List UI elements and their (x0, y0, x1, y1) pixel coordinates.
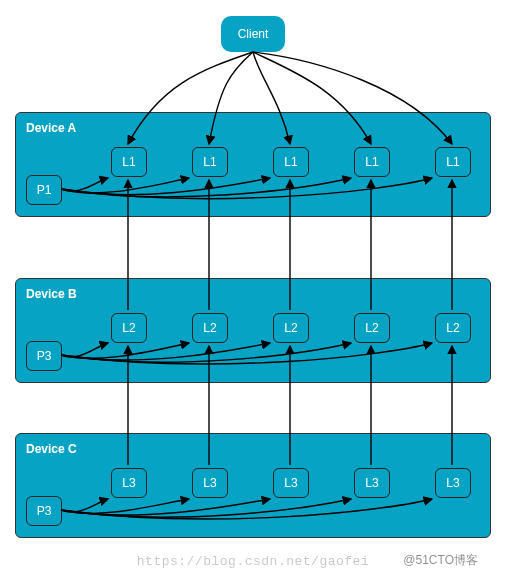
device-c-layer-3: L3 (354, 468, 390, 498)
device-a-layer-1: L1 (192, 147, 228, 177)
watermark-tag: @51CTO博客 (403, 552, 478, 569)
device-a-layer-2: L1 (273, 147, 309, 177)
device-c-layer-1: L3 (192, 468, 228, 498)
device-c-layer-2: L3 (273, 468, 309, 498)
device-b-title: Device B (26, 287, 77, 301)
device-b-layer-1: L2 (192, 313, 228, 343)
device-b-layer-2: L2 (273, 313, 309, 343)
device-b-p: P3 (26, 341, 62, 371)
diagram-canvas: Client Device A P1 L1 L1 L1 L1 L1 Device… (0, 0, 506, 579)
device-a-layer-4: L1 (435, 147, 471, 177)
device-b-box: Device B P3 L2 L2 L2 L2 L2 (15, 278, 491, 383)
device-a-layer-0: L1 (111, 147, 147, 177)
client-label: Client (238, 27, 269, 41)
device-b-layer-3: L2 (354, 313, 390, 343)
device-a-layer-3: L1 (354, 147, 390, 177)
client-node: Client (221, 16, 285, 52)
device-c-p: P3 (26, 496, 62, 526)
device-a-title: Device A (26, 121, 76, 135)
device-c-title: Device C (26, 442, 77, 456)
device-c-box: Device C P3 L3 L3 L3 L3 L3 (15, 433, 491, 538)
device-a-p: P1 (26, 175, 62, 205)
device-c-layer-4: L3 (435, 468, 471, 498)
device-a-box: Device A P1 L1 L1 L1 L1 L1 (15, 112, 491, 217)
device-b-layer-4: L2 (435, 313, 471, 343)
device-b-layer-0: L2 (111, 313, 147, 343)
device-c-layer-0: L3 (111, 468, 147, 498)
